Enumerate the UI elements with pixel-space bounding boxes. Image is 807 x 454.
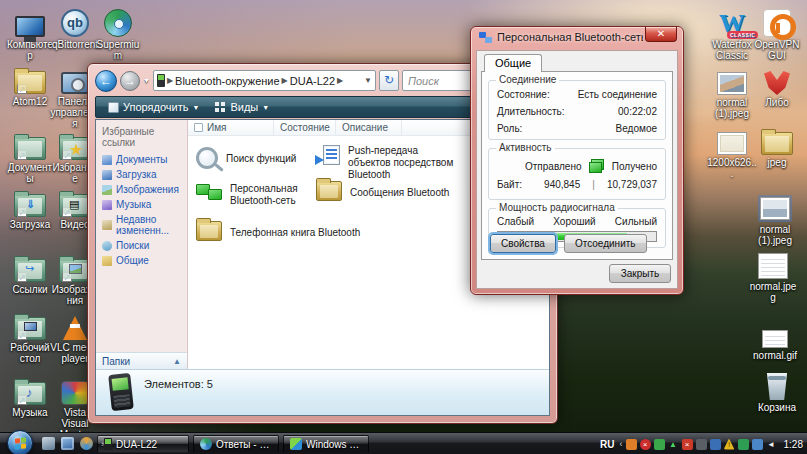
tray-error-icon[interactable]: × [682, 439, 693, 450]
dialog-title: Персональная Bluetooth-сеть Состояние [479, 31, 643, 43]
close-icon[interactable]: ✕ [645, 27, 677, 42]
bluetooth-network-icon [479, 32, 492, 43]
breadcrumb-bluetooth[interactable]: Bluetooth-окружение [175, 75, 280, 87]
sidebar-item-downloads[interactable]: Загрузка [96, 167, 187, 182]
tray-warning-icon[interactable]: ! [724, 439, 735, 450]
quick-launch-icon-1[interactable] [42, 437, 55, 450]
desktop-icon-jpeg-folder[interactable]: jpeg [752, 123, 802, 168]
desktop-icon-fox-app[interactable]: Либо [752, 63, 802, 108]
folder-icon: ↗ [14, 71, 46, 94]
start-button[interactable] [7, 430, 33, 454]
desktop-icon-waterfox[interactable]: WCLASSIC Waterfox Classic [707, 5, 757, 61]
desktop-icon-documents[interactable]: ↗ Документы [5, 128, 55, 184]
history-dropdown-icon[interactable]: ▼ [143, 77, 150, 84]
control-panel-icon [61, 72, 89, 94]
desktop-icon-links[interactable]: ↪↗ Ссылки [5, 250, 55, 295]
desktop-icon-music[interactable]: ♪↗ Музыка [5, 373, 55, 418]
activity-computers-icon [591, 159, 601, 173]
list-item-bluetooth-messages[interactable]: Сообщения Bluetooth [316, 181, 449, 201]
taskbar: » DUA-L22 Ответы - OpenVK – ... Windows … [0, 432, 807, 454]
tab-general[interactable]: Общие [484, 54, 542, 72]
recycle-bin-icon [765, 373, 789, 400]
sidebar-item-music[interactable]: Музыка [96, 197, 187, 212]
back-button[interactable]: ← [95, 70, 117, 92]
tray-usb-icon[interactable] [738, 439, 749, 450]
supermium-browser-icon [104, 9, 132, 37]
list-item-push-transfer[interactable]: Push-передача объектов посредством Bluet… [316, 145, 460, 181]
address-dropdown-icon[interactable]: ▼ [364, 76, 372, 85]
desktop-icon-openvpn[interactable]: OpenVPN GUI [752, 5, 802, 61]
navigation-pane: Избранные ссылки Документы Загрузка Изоб… [96, 120, 188, 369]
sidebar-item-pictures[interactable]: Изображения [96, 182, 187, 197]
sent-bytes: 940,845 [544, 179, 580, 190]
desktop-icon-1200x626[interactable]: 1200x626... [707, 123, 757, 179]
breadcrumb-device[interactable]: DUA-L22 [290, 75, 335, 87]
disconnect-button[interactable]: Отсоединить [564, 234, 647, 253]
tray-upload-icon[interactable]: ▲ [668, 439, 679, 450]
column-name[interactable]: Имя [188, 120, 274, 135]
forward-button[interactable]: → [120, 71, 140, 91]
column-description[interactable]: Описание [336, 120, 402, 135]
refresh-button[interactable]: ↻ [379, 70, 399, 91]
select-all-checkbox[interactable] [194, 123, 203, 132]
taskbar-clock[interactable]: 1:28 [784, 439, 803, 450]
desktop-icon-normal-gif[interactable]: normal.gif [750, 316, 800, 361]
folders-band[interactable]: Папки ▲ [96, 352, 187, 369]
vista-visual-master-icon [61, 381, 89, 405]
properties-button[interactable]: Свойства [490, 234, 556, 253]
column-status[interactable]: Состояние [274, 120, 336, 135]
qbittorrent-icon: qb [61, 9, 89, 37]
tray-app-icon[interactable] [696, 439, 707, 450]
music-folder-icon: ♪↗ [14, 382, 46, 405]
tray-volume-icon[interactable]: ◄ [766, 439, 777, 450]
recent-changes-icon [102, 220, 112, 230]
list-item-phonebook[interactable]: Телефонная книга Bluetooth [196, 221, 360, 241]
tray-online-status-icon[interactable] [654, 439, 665, 450]
down-arrow-icon: ⇓ [26, 198, 35, 211]
language-indicator[interactable]: RU [600, 439, 614, 450]
address-bar[interactable]: ▶ Bluetooth-окружение ▶ DUA-L22 ▶ ▼ [153, 70, 376, 91]
taskbar-task-openvk[interactable]: Ответы - OpenVK – ... [193, 435, 279, 453]
sidebar-item-recent[interactable]: Недавно измененн... [96, 212, 187, 238]
desktop-icon-downloads[interactable]: ⇓↗ Загрузка [5, 185, 55, 230]
tray-disconnected-icon[interactable]: × [640, 439, 651, 450]
tray-expand-icon[interactable]: ‹ [620, 439, 623, 449]
phone-icon [104, 438, 112, 450]
received-label: Получено [612, 161, 657, 172]
tab-page: Соединение Состояние: Есть соединение Дл… [481, 71, 673, 260]
show-desktop-icon[interactable] [61, 437, 74, 450]
tray-network-computers-icon[interactable] [710, 439, 721, 450]
desktop-icon-desktop-folder[interactable]: ↗ Рабочий стол [5, 308, 55, 364]
sidebar-item-documents[interactable]: Документы [96, 152, 187, 167]
computer-icon [15, 16, 45, 37]
desktop-icon-atom12[interactable]: ↗ Atom12 [5, 62, 55, 107]
tray-torrent-icon[interactable] [626, 439, 637, 450]
music-icon [102, 200, 112, 210]
desktop-icon-supermium[interactable]: Supermium [93, 5, 143, 61]
links-folder-icon: ↪↗ [14, 259, 46, 282]
desktop-icon-normal1-jpeg-b[interactable]: normal (1).jpeg [750, 190, 800, 246]
close-button[interactable]: Закрыть [609, 264, 671, 283]
taskbar-task-dua-l22[interactable]: DUA-L22 [97, 435, 189, 453]
connection-group: Соединение Состояние: Есть соединение Дл… [488, 80, 666, 140]
taskbar-task-messenger[interactable]: Windows Live Mess... [283, 435, 369, 453]
sidebar-item-public[interactable]: Общие [96, 253, 187, 268]
sent-label: Отправлено [525, 161, 581, 172]
list-item-pan-network[interactable]: Персональная Bluetooth-сеть [196, 183, 308, 207]
desktop-icon-normal-jpeg[interactable]: normal.jpeg [748, 247, 798, 303]
desktop-icon-recycle-bin[interactable]: Корзина [752, 368, 802, 413]
desktop-icon-normal1-jpeg-a[interactable]: normal (1).jpeg [707, 63, 757, 119]
folder-icon [196, 221, 222, 241]
desktop-icon-computer[interactable]: Компьютер [5, 5, 55, 61]
shortcut-arrow-icon: ↗ [17, 84, 27, 94]
breadcrumb-separator-icon: ▶ [337, 76, 343, 85]
tray-network-icon[interactable] [752, 439, 763, 450]
sidebar-item-searches[interactable]: Поиски [96, 238, 187, 253]
organize-button[interactable]: Упорядочить ▼ [102, 99, 205, 115]
list-item-search-functions[interactable]: Поиск функций [196, 147, 296, 169]
red-fox-logo-icon [764, 71, 790, 95]
document-thumbnail-icon [762, 330, 788, 348]
media-player-icon[interactable] [80, 437, 93, 450]
views-button[interactable]: Виды ▼ [209, 99, 275, 115]
system-tray: RU ‹ × ▲ × ! ◄ 1:28 [600, 433, 803, 454]
